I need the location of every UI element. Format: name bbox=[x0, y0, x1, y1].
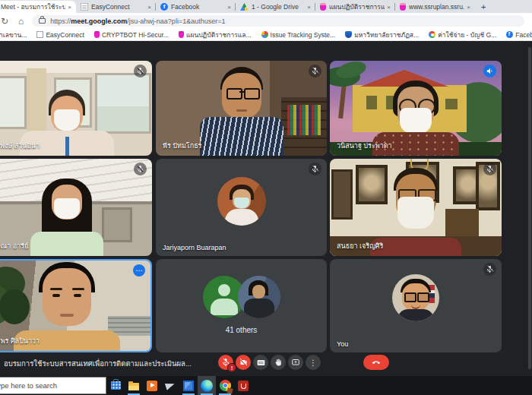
taskbar-groove-button[interactable] bbox=[143, 376, 161, 395]
raise-hand-button[interactable] bbox=[271, 355, 286, 370]
edge-icon bbox=[201, 380, 213, 392]
groove-icon bbox=[147, 381, 157, 391]
taskbar-file-explorer-button[interactable] bbox=[125, 376, 143, 395]
bookmark-item[interactable]: CRYPTBOT Hi-Secur... bbox=[94, 31, 169, 39]
bookmark-label: EasyConnect bbox=[46, 31, 84, 39]
participant-tile[interactable]: สนธยา เจริญศิริ bbox=[330, 159, 502, 256]
captions-button[interactable]: CC bbox=[253, 355, 268, 370]
flask-icon bbox=[179, 31, 184, 38]
participant-name: สนธยา เจริญศิริ bbox=[337, 241, 383, 251]
document-icon bbox=[36, 31, 43, 38]
speaker-icon bbox=[483, 65, 496, 77]
bookmark-item[interactable]: ค่าใช้จ่าย - บัญชี G... bbox=[429, 30, 496, 40]
tab-close-icon[interactable]: × bbox=[387, 4, 391, 11]
tab-close-icon[interactable]: × bbox=[467, 4, 470, 11]
url-scheme: https:// bbox=[50, 17, 71, 25]
avatar bbox=[392, 274, 439, 321]
hang-up-button[interactable] bbox=[363, 355, 389, 370]
lanyard bbox=[65, 137, 69, 156]
google-icon bbox=[429, 31, 435, 38]
face-mask bbox=[234, 198, 249, 208]
participant-tile[interactable]: วนิสนาฐ ประพาดา bbox=[330, 61, 502, 156]
meet-page: วัชรพงษ์ ส่วนอนา พีร ปัทมโกธร วนิสนาฐ ปร… bbox=[0, 41, 532, 376]
self-view-tile[interactable]: You bbox=[330, 259, 502, 352]
camera-button[interactable] bbox=[236, 355, 251, 370]
bookmark-item[interactable]: EasyConnect bbox=[36, 31, 84, 39]
facebook-icon bbox=[160, 3, 168, 11]
tab-google-drive[interactable]: 1 - Google Drive × bbox=[236, 1, 315, 13]
browser-tab-strip: Meet - อบรมการใช้ระบบสารสน... × EasyConn… bbox=[0, 0, 532, 13]
acrobat-icon bbox=[238, 381, 249, 391]
bookmark-label: Facebook bbox=[515, 31, 532, 39]
tab-close-icon[interactable]: × bbox=[307, 4, 311, 11]
person-shirt bbox=[225, 209, 258, 226]
mic-off-icon bbox=[309, 163, 321, 175]
glasses bbox=[404, 292, 416, 302]
page-scrollbar[interactable] bbox=[528, 47, 531, 369]
mic-off-icon bbox=[309, 65, 321, 77]
person-eyebrow bbox=[72, 288, 84, 290]
taskbar-chrome-button[interactable] bbox=[216, 376, 234, 395]
glasses bbox=[417, 292, 429, 302]
bookmark-item[interactable]: Facebook bbox=[506, 31, 532, 39]
participant-tile[interactable]: Jariyaporn Buarapan bbox=[156, 159, 327, 256]
screenshot-viewport: Meet - อบรมการใช้ระบบสารสน... × EasyConn… bbox=[0, 0, 532, 395]
more-options-button[interactable]: ⋮ bbox=[306, 355, 321, 370]
glasses bbox=[226, 88, 242, 100]
bookmark-item[interactable]: แผนปฏิบัติราชการแล... bbox=[179, 30, 252, 40]
home-icon[interactable]: ⌂ bbox=[18, 17, 24, 26]
pinwheel-icon bbox=[261, 31, 268, 38]
participant-tile-selected[interactable]: ⋯ จุไรพร ศิลปินาวา bbox=[0, 259, 152, 352]
participant-tile[interactable]: กฤษณา อารีย์ bbox=[0, 159, 152, 256]
new-tab-button[interactable]: + bbox=[481, 2, 486, 11]
window-shape bbox=[95, 73, 151, 134]
participant-tile[interactable]: พีร ปัทมโกธร bbox=[156, 61, 327, 156]
search-placeholder: Type here to search bbox=[0, 381, 57, 390]
window-shape bbox=[0, 76, 27, 129]
taskbar-edge-button[interactable] bbox=[198, 376, 216, 395]
cabinet-shape bbox=[445, 209, 479, 239]
participant-name: วนิสนาฐ ประพาดา bbox=[337, 141, 392, 151]
browser-window: Meet - อบรมการใช้ระบบสารสน... × EasyConn… bbox=[0, 0, 532, 395]
participant-name: กฤษณา อารีย์ bbox=[0, 241, 28, 251]
tab-facebook[interactable]: Facebook × bbox=[156, 1, 236, 13]
document-icon bbox=[81, 3, 88, 11]
bookmark-item[interactable]: าเลขาน... bbox=[0, 30, 27, 40]
face-mask bbox=[397, 197, 434, 229]
tab-close-icon[interactable]: × bbox=[147, 4, 151, 11]
person-eye bbox=[74, 294, 81, 297]
drive-icon bbox=[240, 3, 249, 11]
bookmark-item[interactable]: มหาวิทยาลัยราชภัฏส... bbox=[345, 30, 419, 40]
refresh-icon[interactable]: ↻ bbox=[1, 17, 8, 26]
taskbar-acrobat-button[interactable] bbox=[234, 376, 252, 395]
participant-tile[interactable]: วัชรพงษ์ ส่วนอนา bbox=[0, 61, 152, 156]
address-bar[interactable]: https://meet.google.com/jsu-ahwj-naa?pli… bbox=[32, 15, 524, 27]
person-silhouette bbox=[211, 299, 238, 315]
more-options-icon[interactable]: ⋯ bbox=[133, 264, 145, 276]
tab-title: Facebook bbox=[171, 3, 225, 11]
tab-meet[interactable]: Meet - อบรมการใช้ระบบสารสน... × bbox=[0, 1, 76, 13]
flask-icon bbox=[320, 3, 326, 11]
tab-close-icon[interactable]: × bbox=[68, 4, 71, 11]
taskbar-search-input[interactable]: Type here to search bbox=[0, 377, 106, 394]
window-shape bbox=[331, 169, 353, 220]
taskbar-mail-button[interactable] bbox=[161, 376, 179, 395]
taskbar-store-button[interactable] bbox=[106, 376, 125, 395]
tab-easyconnect[interactable]: EasyConnect × bbox=[76, 1, 156, 13]
tab-close-icon[interactable]: × bbox=[227, 4, 231, 11]
tab-title: EasyConnect bbox=[91, 3, 145, 11]
overflow-participants-tile[interactable]: 41 others bbox=[156, 259, 327, 352]
bookmark-label: าเลขาน... bbox=[0, 30, 27, 40]
books-shape bbox=[287, 105, 321, 135]
participant-name: You bbox=[337, 340, 348, 348]
taskbar-photos-button[interactable] bbox=[179, 376, 198, 395]
tab-ssruplan[interactable]: www.ssruplan.ssru.ac.th/ssruplan... × bbox=[395, 1, 475, 13]
present-screen-button[interactable] bbox=[288, 355, 303, 370]
plant-shape bbox=[0, 289, 30, 324]
face-mask bbox=[54, 198, 80, 219]
face-mask bbox=[54, 109, 80, 131]
bookmark-item[interactable]: Issue Tracking Syste... bbox=[261, 31, 336, 39]
tab-title: Meet - อบรมการใช้ระบบสารสน... bbox=[1, 2, 65, 12]
tab-plan-document[interactable]: แผนปฏิบัติราชการและประมาณ มหาวิ... × bbox=[315, 1, 395, 13]
mic-button[interactable]: ! bbox=[218, 355, 233, 370]
